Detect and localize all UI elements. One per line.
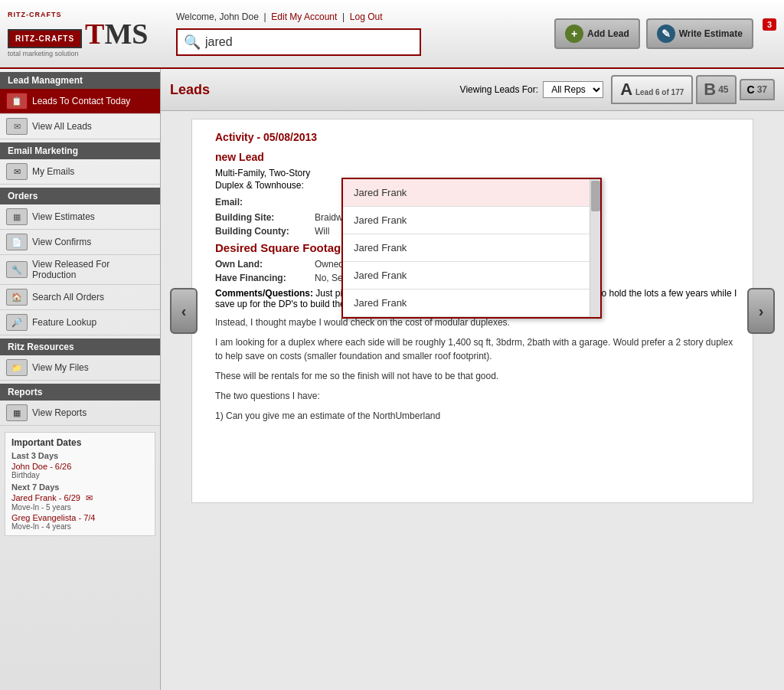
- tab-a[interactable]: A Lead 6 of 177: [611, 75, 693, 104]
- write-estimate-icon: ✎: [657, 25, 675, 43]
- main-layout: Lead Managment 📋 Leads To Contact Today …: [0, 69, 784, 690]
- greg-date[interactable]: Greg Evangelista - 7/4: [11, 513, 149, 522]
- sidebar-item-search-all-orders[interactable]: 🏠 Search All Orders: [0, 285, 160, 310]
- sidebar-section-lead-management: Lead Managment: [0, 72, 160, 89]
- jared-event: Move-In - 5 years: [11, 503, 149, 512]
- logout-link[interactable]: Log Out: [350, 11, 383, 22]
- logo-area: RITZ-CRAFTS RITZ-CRAFTS TMS total market…: [8, 11, 161, 57]
- tab-c[interactable]: C 37: [740, 79, 775, 100]
- sidebar-item-view-my-files[interactable]: 📁 View My Files: [0, 355, 160, 381]
- autocomplete-dropdown: Jared Frank Jared Frank Jared Frank Jare…: [341, 178, 602, 319]
- building-county-label: Building County:: [215, 226, 307, 237]
- sidebar-item-view-reports[interactable]: ▦ View Reports: [0, 401, 160, 426]
- tab-a-count: Lead 6 of 177: [635, 88, 684, 96]
- brand-ritz-small: RITZ-CRAFTS: [15, 34, 74, 43]
- john-doe-link[interactable]: John Doe - 6/26: [11, 462, 71, 471]
- tab-b-letter: B: [704, 80, 716, 100]
- brand-name: TMS: [85, 19, 148, 48]
- desired-sf-label: Desired Square Footage:: [215, 241, 351, 254]
- last-3-days-label: Last 3 Days: [11, 451, 149, 460]
- sidebar-item-leads-to-contact[interactable]: 📋 Leads To Contact Today: [0, 89, 160, 114]
- view-confirms-label: View Confirms: [32, 237, 91, 247]
- search-icon: 🔍: [184, 34, 201, 51]
- view-all-leads-label: View All Leads: [32, 121, 92, 132]
- own-land-label: Own Land:: [215, 259, 307, 270]
- view-reports-label: View Reports: [32, 407, 87, 418]
- view-my-files-label: View My Files: [32, 362, 89, 373]
- view-estimates-icon: ▦: [6, 208, 28, 225]
- notification-badge[interactable]: 3: [763, 18, 776, 31]
- logo-box: RITZ-CRAFTS: [8, 29, 82, 48]
- sidebar-item-view-estimates[interactable]: ▦ View Estimates: [0, 204, 160, 230]
- welcome-text: Welcome, John Doe: [176, 11, 259, 22]
- welcome-bar: Welcome, John Doe | Edit My Account | Lo…: [176, 11, 554, 22]
- tab-b[interactable]: B 45: [696, 75, 736, 104]
- sidebar-item-view-confirms[interactable]: 📄 View Confirms: [0, 230, 160, 255]
- autocomplete-item-4[interactable]: Jared Frank: [343, 289, 600, 317]
- sidebar-item-view-released[interactable]: 🔧 View Released For Production: [0, 255, 160, 285]
- view-files-icon: 📁: [6, 359, 28, 376]
- activity-header: Activity - 05/08/2013: [215, 131, 737, 143]
- viewing-leads-select[interactable]: All Reps: [543, 81, 603, 98]
- next-7-days-label: Next 7 Days: [11, 482, 149, 492]
- john-doe-date[interactable]: John Doe - 6/26: [11, 462, 149, 471]
- content-header: Leads Viewing Leads For: All Reps A Lead…: [161, 69, 784, 111]
- content-area: Leads Viewing Leads For: All Reps A Lead…: [161, 69, 784, 690]
- tab-b-count: 45: [718, 84, 728, 95]
- email-label: Email:: [215, 197, 307, 208]
- own-land-value: Owned: [315, 259, 344, 270]
- important-dates-title: Important Dates: [11, 437, 149, 448]
- autocomplete-scrollbar[interactable]: [590, 179, 600, 317]
- search-input[interactable]: [205, 35, 404, 49]
- nav-arrow-right[interactable]: ›: [747, 288, 775, 334]
- sidebar-section-email-marketing: Email Marketing: [0, 142, 160, 159]
- greg-event: Move-In - 4 years: [11, 522, 149, 531]
- viewing-leads-label: Viewing Leads For:: [460, 84, 539, 95]
- sidebar-section-reports: Reports: [0, 384, 160, 401]
- sidebar-section-ritz-resources: Ritz Resources: [0, 338, 160, 355]
- sidebar-item-my-emails[interactable]: ✉ My Emails: [0, 159, 160, 185]
- leads-to-contact-icon: 📋: [6, 93, 28, 110]
- sidebar-item-feature-lookup[interactable]: 🔎 Feature Lookup: [0, 310, 160, 335]
- header-center: Welcome, John Doe | Edit My Account | Lo…: [161, 11, 554, 56]
- search-all-orders-label: Search All Orders: [32, 292, 104, 302]
- header: RITZ-CRAFTS RITZ-CRAFTS TMS total market…: [0, 0, 784, 69]
- add-lead-icon: +: [565, 25, 583, 43]
- view-confirms-icon: 📄: [6, 234, 28, 250]
- autocomplete-item-1[interactable]: Jared Frank: [343, 207, 600, 234]
- tab-c-count: 37: [757, 84, 767, 95]
- view-released-icon: 🔧: [6, 261, 28, 278]
- comments-p5: The two questions I have:: [215, 389, 737, 403]
- john-doe-event: Birthday: [11, 471, 149, 479]
- greg-link[interactable]: Greg Evangelista - 7/4: [11, 513, 95, 522]
- search-orders-icon: 🏠: [6, 289, 28, 306]
- nav-arrow-left[interactable]: ‹: [170, 288, 198, 334]
- brand-tagline: total marketing solution: [8, 50, 148, 57]
- view-released-label: View Released For Production: [32, 259, 154, 280]
- sidebar: Lead Managment 📋 Leads To Contact Today …: [0, 69, 161, 690]
- my-emails-icon: ✉: [6, 163, 28, 180]
- home-type1: Multi-Family, Two-Story: [215, 168, 737, 178]
- important-dates: Important Dates Last 3 Days John Doe - 6…: [5, 432, 155, 536]
- leads-to-contact-label: Leads To Contact Today: [32, 96, 130, 106]
- comments-label: Comments/Questions:: [215, 288, 313, 299]
- page-title: Leads: [170, 82, 210, 98]
- autocomplete-item-0[interactable]: Jared Frank: [343, 179, 600, 207]
- edit-account-link[interactable]: Edit My Account: [271, 11, 337, 22]
- sidebar-item-view-all-leads[interactable]: ✉ View All Leads: [0, 114, 160, 139]
- search-box: 🔍: [176, 28, 421, 56]
- jared-link[interactable]: Jared Frank - 6/29: [11, 493, 80, 502]
- write-estimate-button[interactable]: ✎ Write Estimate: [646, 18, 753, 49]
- jared-date[interactable]: Jared Frank - 6/29 ✉: [11, 493, 149, 503]
- comments-p3: I am looking for a duplex where each sid…: [215, 335, 737, 363]
- comments-p4: These will be rentals for me so the fini…: [215, 369, 737, 383]
- building-county-value: Will: [315, 226, 329, 237]
- autocomplete-item-3[interactable]: Jared Frank: [343, 262, 600, 289]
- feature-lookup-icon: 🔎: [6, 314, 28, 331]
- lead-tabs: A Lead 6 of 177 B 45 C 37: [611, 75, 775, 104]
- view-estimates-label: View Estimates: [32, 211, 95, 222]
- add-lead-label: Add Lead: [587, 28, 629, 39]
- autocomplete-item-2[interactable]: Jared Frank: [343, 234, 600, 262]
- building-site-label: Building Site:: [215, 212, 307, 223]
- add-lead-button[interactable]: + Add Lead: [554, 18, 640, 49]
